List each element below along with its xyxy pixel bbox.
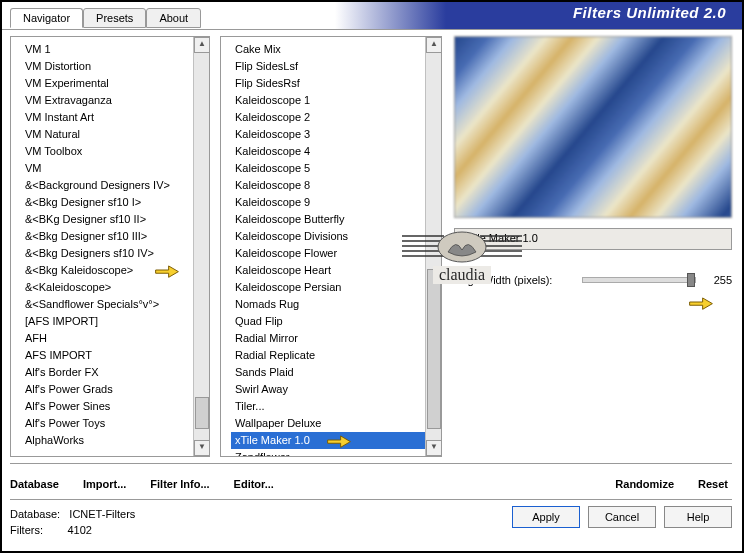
reset-button[interactable]: Reset [698, 478, 728, 490]
list-item[interactable]: Kaleidoscope 1 [231, 92, 441, 109]
randomize-button[interactable]: Randomize [615, 478, 674, 490]
scroll-up-icon[interactable]: ▲ [194, 37, 210, 53]
list-item[interactable]: Kaleidoscope Heart [231, 262, 441, 279]
list-item[interactable]: Kaleidoscope 2 [231, 109, 441, 126]
list-item[interactable]: Alf's Border FX [21, 364, 209, 381]
list-item[interactable]: VM 1 [21, 41, 209, 58]
list-item[interactable]: [AFS IMPORT] [21, 313, 209, 330]
list-item[interactable]: &<Bkg Kaleidoscope> [21, 262, 209, 279]
database-button[interactable]: Database [10, 478, 59, 490]
param-slider-edge-width[interactable] [582, 277, 696, 283]
list-item[interactable]: Sands Plaid [231, 364, 441, 381]
scroll-down-icon[interactable]: ▼ [194, 440, 210, 456]
help-button[interactable]: Help [664, 506, 732, 528]
list-item[interactable]: Kaleidoscope Divisions [231, 228, 441, 245]
list-item[interactable]: Kaleidoscope Butterfly [231, 211, 441, 228]
list-item[interactable]: &<Kaleidoscope> [21, 279, 209, 296]
list-item[interactable]: Flip SidesLsf [231, 58, 441, 75]
import-button[interactable]: Import... [83, 478, 126, 490]
list-item[interactable]: AlphaWorks [21, 432, 209, 449]
list-item[interactable]: Swirl Away [231, 381, 441, 398]
list-item[interactable]: Radial Mirror [231, 330, 441, 347]
list-item[interactable]: &<Bkg Designers sf10 IV> [21, 245, 209, 262]
list-item[interactable]: VM Experimental [21, 75, 209, 92]
body-area: VM 1VM DistortionVM ExperimentalVM Extra… [2, 30, 742, 551]
list-item[interactable]: Kaleidoscope Persian [231, 279, 441, 296]
footer-info: Database: ICNET-Filters Filters: 4102 [10, 506, 512, 545]
scroll-up-icon[interactable]: ▲ [426, 37, 442, 53]
param-area: Edge Width (pixels): 255 [454, 274, 732, 286]
filter-scrollbar[interactable]: ▲ ▼ [425, 37, 441, 456]
list-item[interactable]: Alf's Power Grads [21, 381, 209, 398]
footer: Database: ICNET-Filters Filters: 4102 Ap… [10, 499, 732, 545]
list-item[interactable]: Kaleidoscope 4 [231, 143, 441, 160]
filters-label: Filters: [10, 524, 43, 536]
tab-presets[interactable]: Presets [83, 8, 146, 28]
cancel-button[interactable]: Cancel [588, 506, 656, 528]
tab-navigator[interactable]: Navigator [10, 8, 83, 28]
toolbar: Database Import... Filter Info... Editor… [10, 463, 732, 495]
list-item[interactable]: VM Extravaganza [21, 92, 209, 109]
list-item[interactable]: Cake Mix [231, 41, 441, 58]
list-item[interactable]: &<Background Designers IV> [21, 177, 209, 194]
list-item[interactable]: VM Instant Art [21, 109, 209, 126]
param-label: Edge Width (pixels): [454, 274, 574, 286]
db-label: Database: [10, 508, 60, 520]
list-item[interactable]: Kaleidoscope 3 [231, 126, 441, 143]
list-item[interactable]: Kaleidoscope 8 [231, 177, 441, 194]
scroll-thumb[interactable] [195, 397, 209, 429]
list-item[interactable]: Kaleidoscope 5 [231, 160, 441, 177]
list-item[interactable]: xTile Maker 1.0 [231, 432, 441, 449]
tab-about[interactable]: About [146, 8, 201, 28]
filter-list[interactable]: Cake MixFlip SidesLsfFlip SidesRsfKaleid… [220, 36, 442, 457]
list-item[interactable]: Flip SidesRsf [231, 75, 441, 92]
list-item[interactable]: AFS IMPORT [21, 347, 209, 364]
list-item[interactable]: Alf's Power Sines [21, 398, 209, 415]
list-item[interactable]: &<Bkg Designer sf10 I> [21, 194, 209, 211]
list-item[interactable]: Quad Flip [231, 313, 441, 330]
scroll-thumb[interactable] [427, 269, 441, 429]
list-item[interactable]: VM Natural [21, 126, 209, 143]
category-scrollbar[interactable]: ▲ ▼ [193, 37, 209, 456]
filters-value: 4102 [67, 524, 91, 536]
category-list[interactable]: VM 1VM DistortionVM ExperimentalVM Extra… [10, 36, 210, 457]
list-item[interactable]: Wallpaper Deluxe [231, 415, 441, 432]
param-value-edge-width: 255 [704, 274, 732, 286]
filter-info-button[interactable]: Filter Info... [150, 478, 209, 490]
list-item[interactable]: Kaleidoscope 9 [231, 194, 441, 211]
list-item[interactable]: Alf's Power Toys [21, 415, 209, 432]
filter-name-text: xTile Maker 1.0 [463, 232, 538, 244]
db-value: ICNET-Filters [69, 508, 135, 520]
list-item[interactable]: Radial Replicate [231, 347, 441, 364]
list-item[interactable]: Zandflower [231, 449, 441, 457]
scroll-down-icon[interactable]: ▼ [426, 440, 442, 456]
list-item[interactable]: VM Toolbox [21, 143, 209, 160]
title-bar: Navigator Presets About Filters Unlimite… [2, 2, 742, 30]
list-item[interactable]: Kaleidoscope Flower [231, 245, 441, 262]
tab-strip: Navigator Presets About [10, 8, 201, 28]
slider-thumb[interactable] [687, 273, 695, 287]
filter-name-bar: xTile Maker 1.0 [454, 228, 732, 250]
list-item[interactable]: VM Distortion [21, 58, 209, 75]
apply-button[interactable]: Apply [512, 506, 580, 528]
list-item[interactable]: &<BKg Designer sf10 II> [21, 211, 209, 228]
list-item[interactable]: AFH [21, 330, 209, 347]
list-item[interactable]: VM [21, 160, 209, 177]
list-item[interactable]: Tiler... [231, 398, 441, 415]
list-item[interactable]: &<Bkg Designer sf10 III> [21, 228, 209, 245]
app-title: Filters Unlimited 2.0 [573, 4, 726, 21]
param-row-edge-width: Edge Width (pixels): 255 [454, 274, 732, 286]
list-item[interactable]: Nomads Rug [231, 296, 441, 313]
app-window: Navigator Presets About Filters Unlimite… [0, 0, 744, 553]
preview-image [454, 36, 732, 218]
editor-button[interactable]: Editor... [234, 478, 274, 490]
list-item[interactable]: &<Sandflower Specials°v°> [21, 296, 209, 313]
preview-panel: xTile Maker 1.0 Edge Width (pixels): 255 [454, 36, 732, 457]
footer-buttons: Apply Cancel Help [512, 506, 732, 545]
